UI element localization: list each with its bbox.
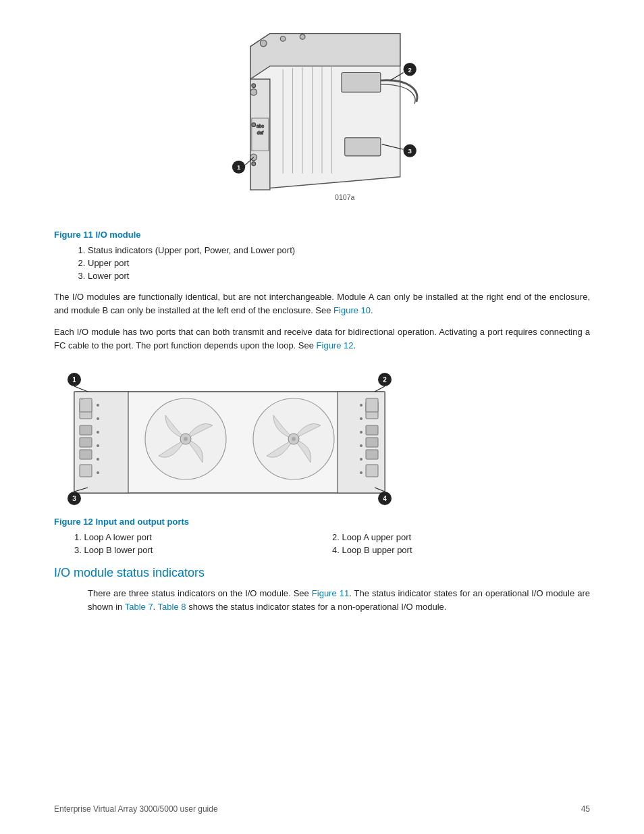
page-number: 45 bbox=[581, 804, 590, 814]
section-heading: I/O module status indicators bbox=[54, 566, 590, 580]
svg-rect-58 bbox=[366, 398, 378, 412]
svg-point-45 bbox=[97, 471, 99, 474]
svg-rect-55 bbox=[366, 438, 378, 447]
svg-point-42 bbox=[97, 431, 99, 434]
svg-text:0107a: 0107a bbox=[335, 193, 355, 201]
svg-text:abc: abc bbox=[257, 124, 265, 128]
footer: Enterprise Virtual Array 3000/5000 user … bbox=[0, 804, 644, 814]
svg-rect-36 bbox=[80, 438, 92, 447]
svg-text:2: 2 bbox=[383, 376, 387, 384]
figure-11-item-2: Upper port bbox=[88, 258, 590, 268]
svg-text:3: 3 bbox=[408, 147, 411, 155]
svg-point-44 bbox=[97, 458, 99, 461]
svg-rect-35 bbox=[80, 425, 92, 435]
svg-line-71 bbox=[375, 386, 385, 392]
svg-point-20 bbox=[252, 123, 256, 127]
figure-11-label: Figure 11 I/O module bbox=[54, 230, 590, 240]
svg-point-6 bbox=[250, 89, 257, 96]
svg-rect-37 bbox=[80, 450, 92, 459]
svg-point-63 bbox=[360, 458, 363, 461]
footer-text: Enterprise Virtual Array 3000/5000 user … bbox=[54, 804, 218, 814]
fig12-item-1: 1. Loop A lower port bbox=[74, 532, 332, 542]
svg-text:3: 3 bbox=[72, 495, 76, 502]
svg-point-43 bbox=[97, 444, 99, 447]
svg-point-59 bbox=[360, 404, 363, 407]
svg-point-21 bbox=[252, 162, 256, 166]
figure10-link[interactable]: Figure 10 bbox=[333, 305, 371, 315]
svg-point-3 bbox=[260, 40, 267, 47]
svg-rect-54 bbox=[366, 425, 378, 435]
figure-11-container: abc def 1 2 3 bbox=[54, 27, 590, 223]
figure-12-container: ... 1 2 3 4 bbox=[54, 361, 590, 510]
figure-11-item-1: Status indicators (Upper port, Power, an… bbox=[88, 245, 590, 255]
svg-rect-14 bbox=[342, 73, 381, 93]
svg-point-4 bbox=[280, 36, 286, 42]
svg-line-68 bbox=[74, 386, 88, 392]
svg-text:1: 1 bbox=[72, 376, 76, 384]
svg-point-60 bbox=[360, 417, 363, 420]
svg-rect-57 bbox=[366, 465, 378, 477]
fig12-item-4: 4. Loop B upper port bbox=[332, 545, 590, 555]
io-module-diagram: abc def 1 2 3 bbox=[214, 27, 430, 223]
figure12-link[interactable]: Figure 12 bbox=[317, 340, 354, 350]
fig12-item-2: 2. Loop A upper port bbox=[332, 532, 590, 542]
fig12-item-3: 3. Loop B lower port bbox=[74, 545, 332, 555]
body-text-2: Each I/O module has two ports that can b… bbox=[54, 325, 590, 353]
svg-text:1: 1 bbox=[237, 163, 241, 171]
svg-rect-56 bbox=[366, 450, 378, 459]
svg-point-51 bbox=[292, 437, 296, 441]
section-body: There are three status indicators on the… bbox=[88, 587, 590, 614]
svg-text:2: 2 bbox=[408, 66, 411, 74]
svg-point-40 bbox=[97, 404, 99, 407]
svg-text:def: def bbox=[257, 130, 264, 135]
svg-point-64 bbox=[360, 471, 363, 474]
ports-diagram-svg: ... 1 2 3 4 bbox=[54, 361, 405, 510]
svg-point-5 bbox=[300, 34, 305, 40]
table7-link[interactable]: Table 7 bbox=[125, 602, 153, 612]
svg-text:4: 4 bbox=[383, 495, 387, 502]
figure11-link-2[interactable]: Figure 11 bbox=[312, 588, 349, 598]
figure-12-captions: 1. Loop A lower port 2. Loop A upper por… bbox=[74, 532, 590, 555]
svg-rect-38 bbox=[80, 465, 92, 477]
svg-point-41 bbox=[97, 417, 99, 420]
io-module-svg: abc def 1 2 3 bbox=[214, 27, 430, 209]
svg-point-61 bbox=[360, 431, 363, 434]
svg-point-62 bbox=[360, 444, 363, 447]
svg-rect-15 bbox=[345, 138, 381, 156]
svg-text:...: ... bbox=[79, 395, 84, 401]
figure-11-item-3: Lower port bbox=[88, 271, 590, 281]
svg-point-19 bbox=[252, 84, 256, 88]
figure-12-label: Figure 12 Input and output ports bbox=[54, 517, 590, 527]
page: abc def 1 2 3 bbox=[0, 0, 644, 834]
table8-link[interactable]: Table 8 bbox=[158, 602, 186, 612]
body-text-1: The I/O modules are functionally identic… bbox=[54, 290, 590, 317]
svg-point-48 bbox=[184, 437, 188, 441]
